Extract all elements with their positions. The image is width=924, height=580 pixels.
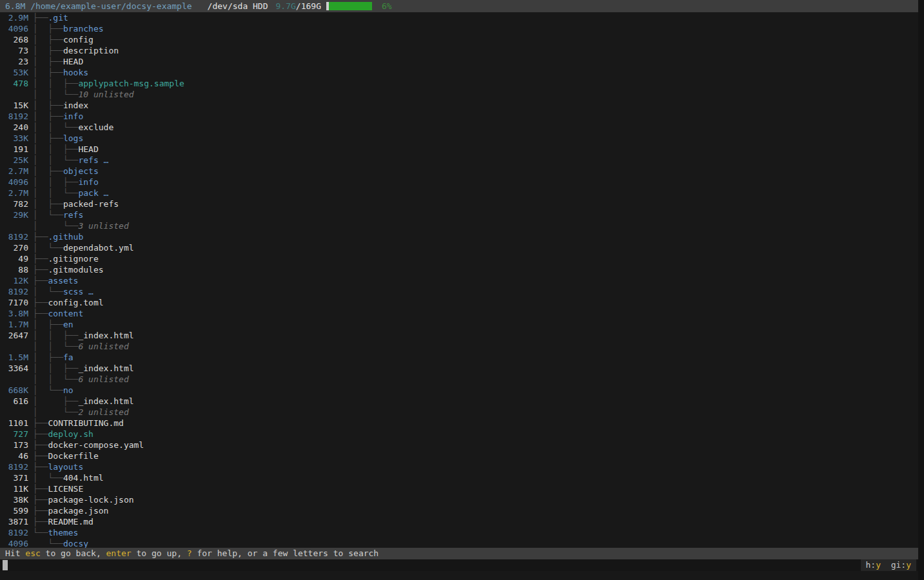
tree-row[interactable]: 38K├──package-lock.json [0,494,918,505]
unlisted-label: 2 unlisted [78,407,128,417]
tree-row[interactable]: 8192│ ├──info [0,111,918,122]
tree-row[interactable]: 3.8M├──content [0,308,918,319]
unlisted-label: 6 unlisted [78,374,128,384]
hint-text: to go back, [41,548,106,558]
tree-row[interactable]: 4096│ │ ├──info [0,177,918,188]
file-size: 29K [3,209,28,220]
tree-row[interactable]: 49├──.gitignore [0,253,918,264]
tree-row[interactable]: 2.9M├──.git [0,12,918,23]
file-name: applypatch-msg.sample [78,79,184,88]
file-size: 268 [3,34,28,45]
tree-row[interactable]: 1101├──CONTRIBUTING.md [0,418,918,429]
file-name: 404.html [63,473,104,483]
search-input[interactable]: h:y gi:y [0,559,918,571]
file-name: deploy.sh [48,429,93,439]
hint-key: esc [25,548,40,558]
tree-branch-icon: │ └── [28,287,63,296]
tree-row[interactable]: 668K│ └──no [0,385,918,396]
file-size: 2.7M [3,188,28,198]
disk-usage-gauge [326,2,377,10]
tree-row[interactable]: 2647│ │ ├──_index.html [0,330,918,341]
tree-branch-icon: │ ├── [28,24,63,34]
tree-row[interactable]: 8192├──layouts [0,461,918,472]
tree-row[interactable]: 478│ │ ├──applypatch-msg.sample [0,78,918,89]
tree-row[interactable]: 270│ └──dependabot.yml [0,242,918,253]
file-name: Dockerfile [48,451,98,461]
file-size: 3364 [3,363,28,374]
tree-row[interactable]: 23│ ├──HEAD [0,56,918,67]
file-name: assets [48,276,78,285]
tree-row[interactable]: 3871├──README.md [0,516,918,527]
tree-branch-icon: │ │ ├── [28,79,78,88]
tree-row[interactable]: 8192└──themes [0,527,918,538]
tree-branch-icon: │ │ └── [28,188,78,198]
tree-row[interactable]: 4096 └──docsy [0,538,918,548]
file-size: 2.7M [3,166,28,177]
tree-row[interactable]: │ └──3 unlisted [0,220,918,231]
tree-row[interactable]: 2.7M│ │ └──pack … [0,188,918,198]
tree-branch-icon: │ ├── [28,396,78,406]
tree-row[interactable]: 8192│ └──scss … [0,286,918,297]
tree-row[interactable]: │ │ └──10 unlisted [0,89,918,100]
tree-branch-icon: │ ├── [28,111,63,121]
tree-row[interactable]: 599├──package.json [0,505,918,516]
file-size: 599 [3,505,28,516]
file-size: 33K [3,133,28,144]
file-name: info [78,177,98,187]
tree-row[interactable]: 46├──Dockerfile [0,450,918,461]
tree-row[interactable]: 4096│ ├──branches [0,23,918,34]
file-name: description [63,46,119,55]
tree-row[interactable]: │ │ └──6 unlisted [0,374,918,385]
tree-row[interactable]: 88├──.gitmodules [0,264,918,275]
tree-row[interactable]: 782│ ├──packed-refs [0,198,918,209]
file-size: 2.9M [3,12,28,23]
tree-row[interactable]: 727├──deploy.sh [0,429,918,440]
tree-branch-icon: │ └── [28,221,78,231]
tree-row[interactable]: 3364│ │ ├──_index.html [0,363,918,374]
file-size: 1.5M [3,352,28,363]
file-name: branches [63,24,104,34]
tree-row[interactable]: 1.7M│ ├──en [0,319,918,330]
file-size: 616 [3,396,28,407]
tree-row[interactable]: 33K│ ├──logs [0,133,918,144]
tree-row[interactable]: 7170├──config.toml [0,297,918,308]
file-name: info [63,111,83,121]
tree-branch-icon: │ │ ├── [28,144,78,154]
tree-row[interactable]: 8192├──.github [0,231,918,242]
disk-usage: 9.7G/169G [276,0,321,12]
tree-row[interactable]: 191│ │ ├──HEAD [0,144,918,155]
tree-branch-icon: ├── [28,451,48,461]
tree-row[interactable]: 53K│ ├──hooks [0,67,918,78]
tree-branch-icon: ├── [28,276,48,285]
disk-usage-percent: 6% [382,0,392,12]
file-size: 371 [3,472,28,483]
tree-row[interactable]: │ └──2 unlisted [0,407,918,418]
tree-row[interactable]: 25K│ │ └──refs … [0,155,918,166]
tree-row[interactable]: 240│ │ └──exclude [0,122,918,133]
tree-row[interactable]: 73│ ├──description [0,45,918,56]
tree-row[interactable]: 371│ └──404.html [0,472,918,483]
tree-branch-icon: │ ├── [28,68,63,77]
status-topbar: 6.8M /home/example-user/docsy-example /d… [0,0,918,12]
tree-row[interactable]: │ │ └──6 unlisted [0,341,918,352]
tree-branch-icon: ├── [28,495,48,505]
tree-row[interactable]: 2.7M│ ├──objects [0,166,918,177]
tree-row[interactable]: 1.5M│ ├──fa [0,352,918,363]
file-name: layouts [48,462,83,472]
tree-branch-icon: │ ├── [28,57,63,66]
tree-row[interactable]: 29K│ └──refs [0,209,918,220]
tree-branch-icon: ├── [28,298,48,307]
tree-row[interactable]: 12K├──assets [0,275,918,286]
hint-bar: Hit esc to go back, enter to go up, ? fo… [0,548,918,559]
tree-row[interactable]: 616│ ├──_index.html [0,396,918,407]
tree-row[interactable]: 11K├──LICENSE [0,483,918,494]
gauge-track [372,2,377,10]
tree-row[interactable]: 15K│ ├──index [0,100,918,111]
gauge-fill [329,2,372,10]
tree-branch-icon: │ ├── [28,166,63,176]
tree-row[interactable]: 173├──docker-compose.yaml [0,440,918,450]
file-name: hooks [63,68,88,77]
tree-row[interactable]: 268│ ├──config [0,34,918,45]
tree-branch-icon: ├── [28,254,48,264]
file-name: docsy [63,539,88,548]
